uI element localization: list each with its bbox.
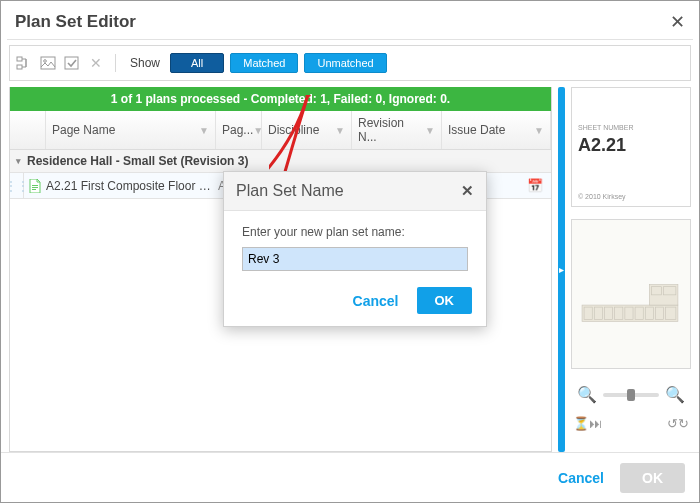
col-revision[interactable]: Revision N...▼	[352, 111, 442, 149]
editor-footer: Cancel OK	[1, 452, 699, 502]
svg-rect-7	[32, 189, 36, 190]
col-issue-date[interactable]: Issue Date▼	[442, 111, 551, 149]
col-page-label[interactable]: Pag...▼	[216, 111, 262, 149]
plan-set-name-dialog: Plan Set Name ✕ Enter your new plan set …	[223, 171, 487, 327]
ok-button[interactable]: OK	[620, 463, 685, 493]
show-label: Show	[130, 56, 160, 70]
zoom-control: 🔍 🔍	[571, 385, 691, 404]
svg-rect-6	[32, 187, 38, 188]
dialog-close-icon[interactable]: ✕	[461, 182, 474, 200]
close-icon[interactable]: ✕	[670, 11, 685, 33]
redo-icon[interactable]: ↻	[678, 416, 689, 431]
sheet-thumbnail[interactable]: SHEET NUMBER A2.21 © 2010 Kirksey	[571, 87, 691, 207]
clear-icon[interactable]: ✕	[87, 55, 105, 71]
dialog-ok-button[interactable]: OK	[417, 287, 473, 314]
filter-matched[interactable]: Matched	[230, 53, 298, 73]
svg-rect-0	[17, 57, 22, 61]
group-row[interactable]: ▾ Residence Hall - Small Set (Revision 3…	[10, 150, 551, 173]
group-title: Residence Hall - Small Set (Revision 3)	[27, 154, 248, 168]
svg-rect-2	[41, 57, 55, 69]
plan-thumbnail[interactable]	[571, 219, 691, 369]
svg-rect-13	[625, 307, 633, 319]
pane-splitter[interactable]: ▸	[558, 87, 565, 452]
svg-point-3	[44, 60, 47, 63]
plan-set-name-input[interactable]	[242, 247, 468, 271]
svg-rect-19	[651, 287, 661, 295]
toolbar: ✕ Show All Matched Unmatched	[9, 45, 691, 81]
window-title: Plan Set Editor	[15, 12, 136, 32]
col-discipline[interactable]: Discipline▼	[262, 111, 352, 149]
col-page-name[interactable]: Page Name▼	[46, 111, 216, 149]
filter-icon[interactable]: ▼	[534, 125, 544, 136]
tree-icon[interactable]	[15, 54, 33, 72]
dialog-title: Plan Set Name	[236, 182, 344, 200]
sheet-number-label: SHEET NUMBER	[578, 124, 684, 131]
status-bar: 1 of 1 plans processed - Completed: 1, F…	[10, 87, 551, 111]
filter-icon[interactable]: ▼	[335, 125, 345, 136]
filter-unmatched[interactable]: Unmatched	[304, 53, 386, 73]
drag-handle-icon[interactable]: ⋮⋮	[10, 173, 24, 198]
svg-rect-11	[604, 307, 612, 319]
document-icon	[24, 179, 46, 193]
splitter-handle-icon: ▸	[559, 264, 564, 275]
timer-icon[interactable]: ⏳	[573, 416, 589, 431]
svg-rect-10	[594, 307, 602, 319]
svg-rect-1	[17, 65, 22, 69]
dialog-cancel-button[interactable]: Cancel	[347, 292, 405, 310]
svg-rect-14	[635, 307, 643, 319]
svg-rect-17	[666, 307, 676, 319]
svg-rect-15	[645, 307, 653, 319]
chevron-down-icon: ▾	[16, 156, 21, 166]
cell-page-name: A2.21 First Composite Floor Pla	[46, 179, 216, 193]
table-header: Page Name▼ Pag...▼ Discipline▼ Revision …	[10, 111, 551, 150]
svg-rect-4	[65, 57, 78, 69]
cancel-button[interactable]: Cancel	[552, 469, 610, 487]
copyright-text: © 2010 Kirksey	[578, 193, 626, 200]
checkbox-icon[interactable]	[63, 54, 81, 72]
svg-rect-9	[584, 307, 592, 319]
dialog-prompt: Enter your new plan set name:	[242, 225, 468, 239]
skip-icon[interactable]: ⏭	[589, 416, 602, 431]
svg-rect-20	[664, 287, 676, 295]
zoom-slider[interactable]	[603, 393, 659, 397]
svg-rect-12	[615, 307, 623, 319]
filter-all[interactable]: All	[170, 53, 224, 73]
filter-icon[interactable]: ▼	[199, 125, 209, 136]
filter-icon[interactable]: ▼	[425, 125, 435, 136]
sheet-number: A2.21	[578, 135, 684, 156]
preview-pane: SHEET NUMBER A2.21 © 2010 Kirksey 🔍 🔍 ⏳	[571, 87, 691, 452]
svg-rect-16	[655, 307, 663, 319]
zoom-out-icon[interactable]: 🔍	[577, 385, 597, 404]
zoom-in-icon[interactable]: 🔍	[665, 385, 685, 404]
undo-icon[interactable]: ↺	[667, 416, 678, 431]
image-icon[interactable]	[39, 54, 57, 72]
svg-rect-5	[32, 185, 38, 186]
